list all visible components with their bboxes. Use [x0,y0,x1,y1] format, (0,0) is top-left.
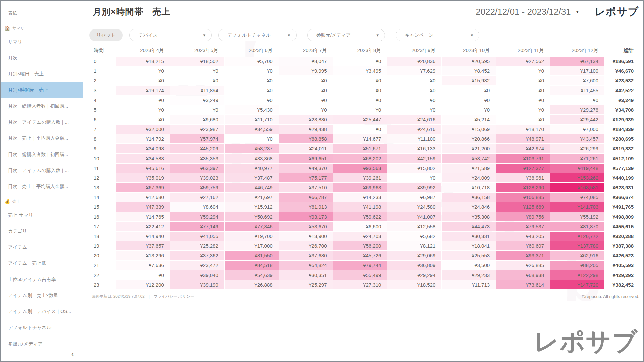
sidebar-item-label: 月別×時間帯 売上 [8,87,48,93]
sidebar-item-daily-buyers[interactable]: 日次 総購入者数｜初回購... [1,146,83,163]
value-cell: ¥19,700 [225,232,279,241]
sidebar-item-item-sales-qty[interactable]: アイテム別 売上×数量 [1,288,83,304]
value-cell: ¥5,430 [225,105,279,114]
sidebar-item-item-device-os[interactable]: アイテム別 デバイス｜OS... [1,304,83,320]
value-cell: ¥75,177 [279,173,333,182]
filter-dropdown-campaign[interactable]: キャンペーン▾ [396,29,479,41]
sidebar-item-cover[interactable]: 表紙 [1,5,83,21]
value-cell: ¥44,473 [442,222,496,231]
value-cell: ¥0 [333,57,387,66]
chevron-down-icon: ▾ [576,9,579,15]
table-header-row: 時間2023年4月2023年5月2023年6月2023年7月2023年8月202… [92,45,640,56]
value-cell: ¥84,518 [225,261,279,270]
sidebar-item-month-hour-sales[interactable]: 月別×時間帯 売上 [1,82,83,98]
last-updated: 最終更新日: 2024/1/19 7:07:02 [92,294,145,299]
sidebar-collapse-button[interactable]: ‹ [71,350,74,358]
chevron-down-icon: ▾ [203,33,205,38]
value-cell: ¥69,963 [333,183,387,192]
column-header-month: 2023年9月 [387,45,441,56]
hour-cell: 17 [92,222,116,231]
sidebar-item-item-low-sales[interactable]: アイテム 売上低 [1,255,83,272]
sidebar-item-summary[interactable]: サマリ [1,34,83,50]
sidebar-item-default-channel[interactable]: デフォルトチャネル [1,320,83,336]
value-cell: ¥18,520 [387,280,441,289]
value-cell: ¥77,346 [225,222,279,231]
hour-cell: 20 [92,251,116,260]
value-cell: ¥81,870 [550,222,604,231]
sidebar-item-label: 日次 総購入者数｜初回購... [8,152,68,158]
total-cell: ¥23,532 [605,76,640,85]
column-header-hour: 時間 [92,45,116,56]
value-cell: ¥11,713 [442,280,496,289]
card-divider [83,303,643,303]
value-cell: ¥45,616 [116,164,170,173]
filter-label: キャンペーン [405,32,471,38]
value-cell: ¥12,200 [116,280,170,289]
value-cell: ¥67,369 [116,183,170,192]
date-range-picker[interactable]: 2022/12/01 - 2023/12/31 ▾ [476,7,579,17]
value-cell: ¥93,371 [496,251,550,260]
value-cell: ¥60,607 [496,241,550,250]
value-cell: ¥37,510 [279,183,333,192]
value-cell: ¥25,553 [442,251,496,260]
hour-cell: 14 [92,193,116,202]
value-cell: ¥68,202 [333,154,387,163]
value-cell: ¥21,200 [442,144,496,153]
sidebar-item-month-weekday-sales[interactable]: 月別×曜日 売上 [1,66,83,82]
value-cell: ¥27,162 [170,193,224,202]
chevron-down-icon: ▾ [376,33,379,38]
value-cell: ¥37,487 [225,173,279,182]
sidebar-item-label: 売上 サマリ [8,212,33,218]
sidebar-item-sales-summary[interactable]: 売上 サマリ [1,207,83,223]
value-cell: ¥29,233 [442,270,496,280]
value-cell: ¥47,339 [116,202,170,212]
value-cell: ¥3,500 [442,261,496,270]
value-cell: ¥5,700 [225,57,279,66]
sidebar-item-monthly-sales-avg[interactable]: 月次 売上｜平均購入金額... [1,130,83,146]
hour-cell: 0 [92,57,116,66]
value-cell: ¥0 [387,76,441,85]
value-cell: ¥0 [496,86,550,95]
filter-label: 参照元/メディア [316,32,376,38]
filter-dropdown-default-channel[interactable]: デフォルトチャネル▾ [218,29,297,41]
value-cell: ¥106,885 [496,193,550,202]
sidebar-item-category[interactable]: カテゴリ [1,223,83,239]
sidebar-item-label: 表紙 [8,10,17,16]
privacy-policy-link[interactable]: プライバシー ポリシー [154,294,194,299]
sidebar-item-daily-item-purchases[interactable]: 日次 アイテムの購入数｜... [1,163,83,179]
filter-dropdown-device[interactable]: デバイス▾ [129,29,212,41]
value-cell: ¥23,987 [170,125,224,134]
sidebar-item-referrer-media[interactable]: 参照元/メディア [1,336,83,346]
brand-logo-large: レポサブ [534,325,638,359]
total-cell: ¥382,452 [605,280,640,289]
value-cell: ¥137,780 [550,241,604,250]
value-cell: ¥12,558 [387,222,441,231]
table-row: 12¥35,019¥39,023¥37,487¥75,177¥39,261¥0¥… [92,173,640,182]
reset-button[interactable]: リセット [89,29,123,41]
value-cell: ¥30,331 [442,232,496,241]
sidebar-item-item[interactable]: アイテム [1,239,83,255]
value-cell: ¥7,600 [550,76,604,85]
sidebar-item-label: サマリ [8,39,22,45]
value-cell: ¥0 [496,96,550,105]
total-cell: ¥46,670 [605,66,640,75]
sidebar-item-daily-sales-avg[interactable]: 日次 売上｜平均購入金額... [1,179,83,195]
total-cell: ¥280,695 [605,134,640,143]
sidebar-item-top50-share[interactable]: 上位50アイテム占有率 [1,272,83,288]
sidebar-item-monthly-item-purchases[interactable]: 月次 アイテムの購入数｜... [1,114,83,130]
value-cell: ¥29,438 [279,125,333,134]
sidebar-item-monthly-buyers[interactable]: 月次 総購入者数｜初回購... [1,98,83,114]
value-cell: ¥0 [225,86,279,95]
value-cell: ¥39,190 [170,280,224,289]
sidebar-item-monthly[interactable]: 月次 [1,50,83,66]
value-cell: ¥0 [279,86,333,95]
value-cell: ¥45,209 [170,144,224,153]
filter-dropdown-referrer-media[interactable]: 参照元/メディア▾ [307,29,385,41]
value-cell: ¥14,677 [333,134,387,143]
value-cell: ¥9,995 [279,66,333,75]
sidebar-item-label: 日次 アイテムの購入数｜... [8,168,69,174]
value-cell: ¥23,472 [170,261,224,270]
total-cell: ¥366,674 [605,193,640,202]
value-cell: ¥27,562 [496,57,550,66]
value-cell: ¥61,913 [279,202,333,212]
